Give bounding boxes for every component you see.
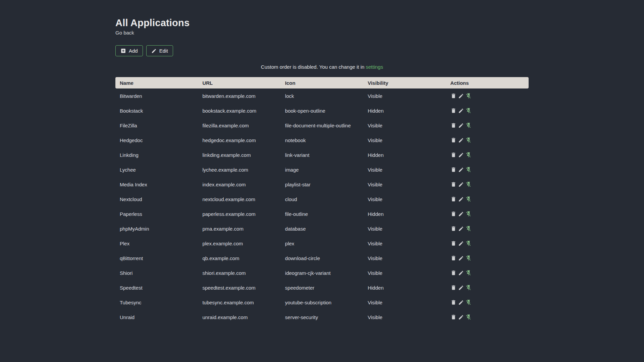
go-back-link[interactable]: Go back xyxy=(115,30,134,36)
delete-app-button[interactable] xyxy=(450,181,457,187)
trash-icon xyxy=(450,93,457,99)
app-icon-name-cell: image xyxy=(281,167,363,173)
delete-app-button[interactable] xyxy=(450,93,457,99)
toggle-visibility-button[interactable] xyxy=(466,270,472,276)
column-header-visibility: Visibility xyxy=(363,80,446,86)
delete-app-button[interactable] xyxy=(450,196,457,202)
edit-app-button[interactable] xyxy=(458,300,464,305)
edit-app-button[interactable] xyxy=(458,167,464,173)
delete-app-button[interactable] xyxy=(450,299,457,305)
app-name-cell: Bitwarden xyxy=(115,93,198,99)
toggle-visibility-button[interactable] xyxy=(466,137,472,143)
delete-app-button[interactable] xyxy=(450,211,457,217)
app-name-cell: Paperless xyxy=(115,211,198,217)
app-actions-cell xyxy=(446,108,529,114)
pin-off-icon xyxy=(466,255,472,261)
settings-link[interactable]: settings xyxy=(366,64,383,70)
delete-app-button[interactable] xyxy=(450,137,457,143)
app-name-cell: Plex xyxy=(115,241,198,246)
edit-app-button[interactable] xyxy=(458,270,464,276)
pencil-icon xyxy=(458,211,464,217)
trash-icon xyxy=(450,255,457,261)
app-visibility-cell: Hidden xyxy=(363,108,446,114)
app-name-cell: Shiori xyxy=(115,270,198,276)
pin-off-icon xyxy=(466,240,472,246)
toggle-visibility-button[interactable] xyxy=(466,122,472,128)
app-url-cell: qb.example.com xyxy=(198,255,280,261)
pencil-icon xyxy=(458,241,464,246)
app-icon-name-cell: file-document-multiple-outline xyxy=(281,123,363,128)
toggle-visibility-button[interactable] xyxy=(466,314,472,320)
toggle-visibility-button[interactable] xyxy=(466,181,472,187)
delete-app-button[interactable] xyxy=(450,255,457,261)
toggle-visibility-button[interactable] xyxy=(466,226,472,232)
app-actions-cell xyxy=(446,181,529,187)
toggle-visibility-button[interactable] xyxy=(466,255,472,261)
app-actions-cell xyxy=(446,137,529,143)
app-visibility-cell: Visible xyxy=(363,255,446,261)
delete-app-button[interactable] xyxy=(450,270,457,276)
delete-app-button[interactable] xyxy=(450,108,457,114)
app-url-cell: tubesync.example.com xyxy=(198,300,280,305)
edit-app-button[interactable] xyxy=(458,123,464,128)
app-url-cell: filezilla.example.com xyxy=(198,123,280,128)
edit-app-button[interactable] xyxy=(458,226,464,232)
delete-app-button[interactable] xyxy=(450,240,457,246)
app-icon-name-cell: file-outline xyxy=(281,211,363,217)
toolbar: Add Edit xyxy=(115,45,529,56)
table-row: Shiori shiori.example.com ideogram-cjk-v… xyxy=(115,265,529,280)
delete-app-button[interactable] xyxy=(450,122,457,128)
app-url-cell: hedgedoc.example.com xyxy=(198,137,280,143)
table-row: Hedgedoc hedgedoc.example.com notebook V… xyxy=(115,133,529,147)
pencil-icon xyxy=(458,137,464,143)
table-row: Linkding linkding.example.com link-varia… xyxy=(115,147,529,162)
pin-off-icon xyxy=(466,211,472,217)
toggle-visibility-button[interactable] xyxy=(466,93,472,99)
trash-icon xyxy=(450,211,457,217)
toggle-visibility-button[interactable] xyxy=(466,240,472,246)
toggle-visibility-button[interactable] xyxy=(466,152,472,158)
app-name-cell: Bookstack xyxy=(115,108,198,114)
edit-button[interactable]: Edit xyxy=(146,45,173,56)
edit-app-button[interactable] xyxy=(458,152,464,158)
pencil-icon xyxy=(458,108,464,114)
pencil-icon xyxy=(151,48,157,54)
toggle-visibility-button[interactable] xyxy=(466,167,472,173)
app-visibility-cell: Visible xyxy=(363,123,446,128)
toggle-visibility-button[interactable] xyxy=(466,285,472,291)
app-actions-cell xyxy=(446,152,529,158)
delete-app-button[interactable] xyxy=(450,152,457,158)
toggle-visibility-button[interactable] xyxy=(466,211,472,217)
app-visibility-cell: Visible xyxy=(363,196,446,202)
delete-app-button[interactable] xyxy=(450,167,457,173)
column-header-actions: Actions xyxy=(446,80,529,86)
edit-app-button[interactable] xyxy=(458,211,464,217)
pin-off-icon xyxy=(466,108,472,114)
table-row: Bookstack bookstack.example.com book-ope… xyxy=(115,103,529,118)
pin-off-icon xyxy=(466,314,472,320)
app-visibility-cell: Visible xyxy=(363,137,446,143)
edit-app-button[interactable] xyxy=(458,314,464,320)
add-button[interactable]: Add xyxy=(115,45,143,56)
edit-app-button[interactable] xyxy=(458,182,464,187)
delete-app-button[interactable] xyxy=(450,285,457,291)
edit-app-button[interactable] xyxy=(458,93,464,99)
edit-app-button[interactable] xyxy=(458,108,464,114)
column-header-name: Name xyxy=(115,80,198,86)
pin-off-icon xyxy=(466,196,472,202)
pencil-icon xyxy=(458,270,464,276)
app-name-cell: Unraid xyxy=(115,314,198,320)
toggle-visibility-button[interactable] xyxy=(466,196,472,202)
trash-icon xyxy=(450,167,457,173)
edit-app-button[interactable] xyxy=(458,285,464,291)
edit-app-button[interactable] xyxy=(458,255,464,261)
pencil-icon xyxy=(458,182,464,187)
delete-app-button[interactable] xyxy=(450,226,457,232)
delete-app-button[interactable] xyxy=(450,314,457,320)
edit-app-button[interactable] xyxy=(458,137,464,143)
toggle-visibility-button[interactable] xyxy=(466,108,472,114)
app-icon-name-cell: download-circle xyxy=(281,255,363,261)
edit-app-button[interactable] xyxy=(458,196,464,202)
toggle-visibility-button[interactable] xyxy=(466,299,472,305)
edit-app-button[interactable] xyxy=(458,241,464,246)
